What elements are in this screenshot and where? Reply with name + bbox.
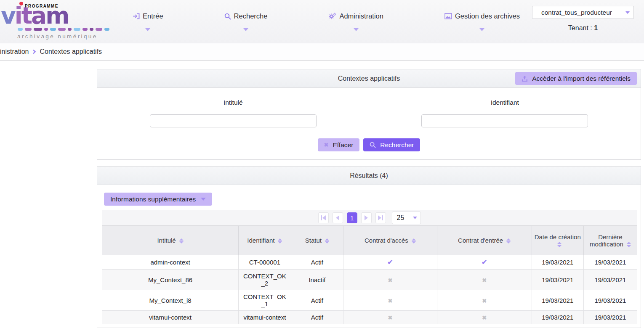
chevron-down-icon bbox=[621, 6, 633, 19]
clear-x-icon: ✖ bbox=[324, 142, 329, 148]
cell-intitule: vitamui-context bbox=[102, 311, 239, 324]
last-page-button[interactable] bbox=[375, 212, 386, 223]
nav-item-label: Administration bbox=[339, 12, 383, 20]
cell-derniere-modification: 19/03/2021 bbox=[583, 255, 637, 270]
column-header-contrat-acces[interactable]: Contrat d'accès bbox=[343, 226, 437, 255]
tenant-text: Tenant : bbox=[568, 24, 592, 32]
cell-intitule: My_Context_i8 bbox=[102, 290, 239, 311]
breadcrumb-item-administration[interactable]: inistration bbox=[0, 48, 29, 56]
cell-identifiant: CT-000001 bbox=[239, 255, 291, 270]
tenant-label: Tenant : 1 bbox=[532, 24, 634, 32]
cell-contrat-entree: ✖ bbox=[437, 290, 532, 311]
cross-icon: ✖ bbox=[388, 298, 392, 304]
search-form: Intitulé Identifiant ✖ Effacer bbox=[97, 88, 641, 159]
sort-icon[interactable] bbox=[627, 242, 631, 247]
cross-icon: ✖ bbox=[482, 277, 487, 283]
column-header-label: Dernière modification bbox=[590, 233, 623, 248]
table-row[interactable]: admin-contextCT-000001Actif✔✔19/03/20211… bbox=[102, 255, 637, 270]
cell-identifiant: CONTEXT_OK_1 bbox=[239, 290, 291, 311]
chevron-down-icon bbox=[145, 25, 150, 33]
column-header-contrat-entree[interactable]: Contrat d'entrée bbox=[437, 226, 532, 255]
informations-supplementaires-button[interactable]: Informations supplémentaires bbox=[104, 193, 212, 206]
chevron-down-icon bbox=[409, 212, 420, 224]
cell-contrat-entree: ✔ bbox=[437, 255, 532, 270]
results-table-wrap: 1 25 bbox=[102, 210, 637, 324]
previous-page-button[interactable] bbox=[333, 212, 343, 223]
search-button-label: Rechercher bbox=[380, 141, 414, 149]
nav-item-label: Recherche bbox=[234, 12, 268, 20]
results-panel: Résultats (4) Informations supplémentair… bbox=[97, 166, 641, 328]
chevron-down-icon bbox=[479, 25, 484, 33]
nav-item-administration[interactable]: Administration bbox=[328, 12, 383, 33]
page: PROGRAMME vitam archivage numérique Entr… bbox=[0, 0, 644, 328]
logo-wordmark: vitam bbox=[1, 4, 68, 27]
logo-tagline: archivage numérique bbox=[17, 33, 98, 40]
column-header-derniere-modification[interactable]: Dernière modification bbox=[583, 226, 637, 255]
cross-icon: ✖ bbox=[388, 315, 392, 321]
current-page-button[interactable]: 1 bbox=[347, 212, 357, 223]
sort-icon[interactable] bbox=[557, 242, 562, 247]
results-title: Résultats (4) bbox=[350, 172, 388, 180]
cell-contrat-entree: ✖ bbox=[437, 270, 532, 290]
clear-button-label: Effacer bbox=[333, 141, 353, 149]
identifiant-input[interactable] bbox=[421, 114, 588, 127]
column-header-identifiant[interactable]: Identifiant bbox=[239, 226, 291, 255]
sort-icon[interactable] bbox=[179, 238, 184, 244]
column-header-statut[interactable]: Statut bbox=[291, 226, 343, 255]
clear-button[interactable]: ✖ Effacer bbox=[318, 138, 360, 151]
table-row[interactable]: My_Context_i8CONTEXT_OK_1Actif✖✖19/03/20… bbox=[102, 290, 637, 311]
column-header-label: Identifiant bbox=[247, 237, 274, 244]
intitule-input[interactable] bbox=[150, 114, 317, 127]
page-title: Contextes applicatifs bbox=[338, 75, 400, 82]
sort-icon[interactable] bbox=[506, 238, 511, 244]
search-button[interactable]: Rechercher bbox=[363, 138, 420, 151]
cross-icon: ✖ bbox=[388, 277, 392, 283]
check-icon: ✔ bbox=[387, 259, 393, 266]
import-referentiels-button[interactable]: Accèder à l'import des référentiels bbox=[515, 72, 637, 85]
pagination: 1 25 bbox=[102, 210, 637, 225]
logo-dotted-line bbox=[18, 28, 109, 31]
sort-icon[interactable] bbox=[278, 238, 282, 244]
search-icon bbox=[370, 142, 376, 148]
cell-contrat-acces: ✖ bbox=[343, 311, 437, 324]
first-page-button[interactable] bbox=[318, 212, 329, 223]
nav-item-entree[interactable]: Entrée bbox=[133, 12, 163, 33]
nav-item-gestion-archives[interactable]: Gestion des archives bbox=[444, 12, 520, 33]
upload-icon bbox=[522, 76, 528, 82]
cell-statut: Actif bbox=[291, 290, 343, 311]
breadcrumb: inistration Contextes applicatifs bbox=[0, 43, 644, 61]
column-header-label: Date de création bbox=[535, 233, 581, 241]
cell-statut: Actif bbox=[291, 255, 343, 270]
column-header-label: Intitulé bbox=[157, 237, 176, 244]
identifiant-label: Identifiant bbox=[491, 99, 519, 106]
column-header-intitule[interactable]: Intitulé bbox=[102, 226, 239, 255]
page-size-select[interactable]: 25 bbox=[392, 212, 421, 224]
next-page-button[interactable] bbox=[361, 212, 372, 223]
cell-statut: Actif bbox=[291, 311, 343, 324]
cell-date-creation: 19/03/2021 bbox=[532, 270, 583, 290]
nav-item-label: Gestion des archives bbox=[455, 12, 520, 20]
cell-identifiant: CONTEXT_OK_2 bbox=[239, 270, 291, 290]
cross-icon: ✖ bbox=[482, 315, 487, 321]
import-button-label: Accèder à l'import des référentiels bbox=[532, 75, 631, 82]
sort-icon[interactable] bbox=[412, 238, 416, 244]
vitam-logo[interactable]: PROGRAMME vitam archivage numérique bbox=[2, 1, 115, 42]
intitule-label: Intitulé bbox=[224, 99, 243, 106]
results-body: Informations supplémentaires 1 25 bbox=[97, 185, 641, 324]
cell-contrat-acces: ✔ bbox=[343, 255, 437, 270]
main-content: Contextes applicatifs Accèder à l'import… bbox=[97, 69, 641, 328]
table-row[interactable]: vitamui-contextvitamui-contextActif✖✖19/… bbox=[102, 311, 637, 324]
table-header-row: Intitulé Identifiant Statut Contrat d'ac… bbox=[102, 226, 637, 255]
informations-supplementaires-label: Informations supplémentaires bbox=[110, 196, 196, 203]
nav-item-recherche[interactable]: Recherche bbox=[224, 12, 268, 33]
contract-select[interactable]: contrat_tous_producteur bbox=[532, 6, 634, 19]
header-right: contrat_tous_producteur Tenant : 1 bbox=[532, 6, 634, 32]
gears-icon bbox=[328, 13, 336, 20]
cell-contrat-acces: ✖ bbox=[343, 270, 437, 290]
breadcrumb-item-contextes-applicatifs: Contextes applicatifs bbox=[40, 48, 102, 56]
tenant-value: 1 bbox=[594, 24, 598, 32]
table-row[interactable]: My_Context_86CONTEXT_OK_2Inactif✖✖19/03/… bbox=[102, 270, 637, 290]
sort-icon[interactable] bbox=[325, 238, 329, 244]
column-header-date-creation[interactable]: Date de création bbox=[532, 226, 583, 255]
cross-icon: ✖ bbox=[482, 298, 487, 304]
